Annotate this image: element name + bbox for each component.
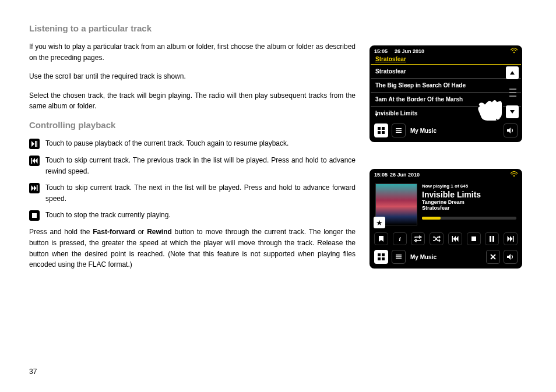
wifi-icon (511, 171, 518, 178)
progress-bar[interactable] (422, 217, 516, 220)
svg-rect-19 (513, 236, 514, 242)
now-playing-album: Stratosfear (422, 205, 516, 211)
footer-label: My Music (410, 254, 437, 260)
pause-button[interactable] (485, 232, 499, 245)
svg-rect-1 (36, 141, 37, 147)
svg-rect-17 (490, 236, 491, 242)
svg-rect-12 (396, 132, 402, 133)
device-screenshot-tracklist: 15:05 26 Jun 2010 Stratosfear Stratosfea… (370, 45, 522, 142)
svg-text:i: i (399, 235, 401, 242)
previous-button[interactable] (448, 232, 462, 245)
svg-rect-18 (492, 236, 494, 242)
svg-rect-25 (396, 256, 402, 257)
svg-rect-22 (378, 257, 381, 260)
control-description: Touch to skip current track. The next in… (45, 182, 356, 204)
svg-rect-4 (32, 213, 37, 218)
track-row[interactable]: The Big Sleep in Search Of Hade (371, 79, 521, 93)
paragraph: Use the scroll bar until the required tr… (29, 71, 356, 82)
paragraph-fastforward: Press and hold the Fast-forward or Rewin… (29, 227, 356, 270)
status-date: 26 Jun 2010 (390, 172, 420, 178)
previous-icon (29, 156, 40, 166)
scroll-down-button[interactable] (506, 105, 519, 118)
play-pause-icon (29, 139, 40, 149)
now-playing-counter: Now playing 1 of 645 (422, 183, 516, 189)
menu-button[interactable] (392, 250, 406, 264)
repeat-button[interactable] (411, 232, 425, 245)
next-button[interactable] (504, 232, 518, 245)
control-description: Touch to pause playback of the current t… (45, 138, 356, 149)
device-screenshot-nowplaying: 15:05 26 Jun 2010 ★ Now playing 1 of 645… (370, 169, 522, 269)
svg-rect-24 (396, 255, 402, 256)
control-description: Touch to stop the track currently playin… (45, 210, 356, 221)
info-button[interactable]: i (393, 232, 407, 245)
shuffle-button[interactable] (430, 232, 444, 245)
svg-rect-7 (382, 127, 385, 130)
more-indicator-icon: ▼ (374, 112, 379, 118)
bottom-bar: My Music (371, 120, 521, 141)
svg-rect-0 (35, 141, 36, 147)
svg-rect-8 (378, 131, 381, 134)
svg-rect-16 (471, 236, 476, 241)
album-art: ★ (375, 183, 417, 225)
bottom-bar: My Music (371, 246, 521, 267)
svg-rect-9 (382, 131, 385, 134)
track-row[interactable]: Stratosfear (371, 65, 521, 79)
svg-rect-21 (382, 253, 385, 256)
svg-point-5 (513, 52, 515, 53)
menu-button[interactable] (392, 123, 406, 137)
status-bar: 15:05 26 Jun 2010 (371, 47, 521, 55)
volume-button[interactable] (504, 123, 518, 137)
stop-button[interactable] (467, 232, 481, 245)
paragraph: Select the chosen track, the track will … (29, 90, 356, 112)
svg-rect-20 (378, 253, 381, 256)
next-icon (29, 183, 40, 193)
status-bar: 15:05 26 Jun 2010 (371, 170, 521, 179)
now-playing-title: Invisible Limits (422, 190, 516, 199)
status-time: 15:05 (374, 48, 388, 54)
svg-rect-3 (37, 185, 38, 191)
svg-rect-2 (31, 158, 33, 164)
scroll-up-button[interactable] (506, 66, 519, 79)
track-list: Stratosfear The Big Sleep in Search Of H… (371, 65, 521, 120)
status-time: 15:05 (374, 172, 388, 178)
heading-listening: Listening to a particular track (29, 23, 356, 33)
footer-label: My Music (410, 128, 437, 134)
scrollbar-track[interactable] (509, 81, 516, 104)
svg-rect-15 (452, 236, 453, 242)
svg-rect-23 (382, 257, 385, 260)
track-row[interactable]: 3am At the Border Of the Marsh (371, 93, 521, 107)
volume-button[interactable] (504, 250, 518, 264)
status-date: 26 Jun 2010 (395, 48, 424, 54)
svg-rect-6 (378, 127, 381, 130)
svg-rect-26 (396, 259, 402, 260)
stop-icon (29, 210, 40, 221)
wifi-icon (511, 48, 518, 55)
album-header: Stratosfear (371, 55, 521, 65)
home-button[interactable] (374, 250, 388, 264)
close-button[interactable] (486, 250, 500, 264)
playback-controls: i (371, 230, 521, 246)
svg-rect-11 (396, 130, 402, 131)
control-description: Touch to skip current track. The previou… (45, 155, 356, 176)
svg-point-13 (513, 175, 515, 176)
favorite-button[interactable]: ★ (374, 217, 385, 228)
paragraph: If you wish to play a particular track f… (29, 41, 356, 63)
now-playing-artist: Tangerine Dream (422, 199, 516, 205)
heading-controlling: Controlling playback (29, 120, 356, 130)
svg-rect-10 (396, 128, 402, 129)
bookmark-button[interactable] (374, 232, 388, 245)
track-row[interactable]: Invisible Limits (371, 107, 521, 120)
page-number: 37 (29, 368, 37, 376)
home-button[interactable] (374, 123, 388, 137)
